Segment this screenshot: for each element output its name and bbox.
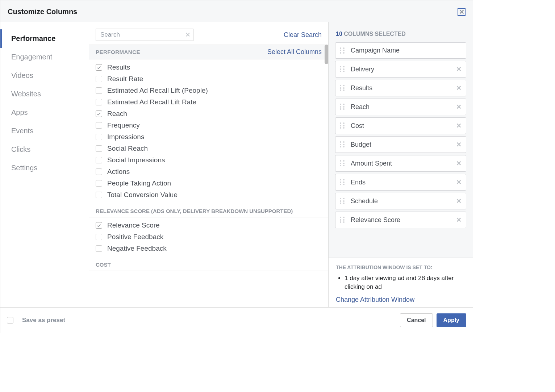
save-preset-wrap: Save as preset: [7, 317, 65, 324]
metric-row[interactable]: Actions: [89, 166, 328, 178]
metric-row[interactable]: Impressions: [89, 131, 328, 143]
metric-label: Frequency: [107, 121, 140, 129]
sidebar-item-videos[interactable]: Videos: [0, 66, 89, 85]
drag-handle-icon[interactable]: [340, 217, 346, 223]
metric-label: Negative Feedback: [107, 245, 167, 253]
clear-search-link[interactable]: Clear Search: [284, 31, 322, 39]
metric-checkbox[interactable]: [96, 76, 102, 82]
drag-handle-icon[interactable]: [340, 104, 346, 110]
metric-checkbox[interactable]: [96, 64, 102, 71]
drag-handle-icon[interactable]: [340, 179, 346, 185]
metric-label: Estimated Ad Recall Lift Rate: [107, 98, 196, 106]
apply-button[interactable]: Apply: [437, 313, 466, 327]
sidebar-item-settings[interactable]: Settings: [0, 159, 89, 177]
metric-checkbox[interactable]: [96, 87, 102, 94]
metric-row[interactable]: Result Rate: [89, 73, 328, 85]
search-input[interactable]: [96, 29, 193, 41]
metric-row[interactable]: Frequency: [89, 120, 328, 131]
metric-checkbox[interactable]: [96, 134, 102, 140]
drag-handle-icon[interactable]: [340, 66, 346, 72]
change-attribution-link[interactable]: Change Attribution Window: [336, 296, 466, 304]
selected-header: 10 COLUMNS SELECTED: [329, 22, 473, 42]
remove-column-icon[interactable]: ✕: [456, 197, 462, 205]
remove-column-icon[interactable]: ✕: [456, 141, 462, 149]
selected-column-label: Ends: [351, 179, 456, 186]
metric-checkbox[interactable]: [96, 168, 102, 175]
metric-row[interactable]: Social Reach: [89, 143, 328, 154]
metric-label: Reach: [107, 110, 127, 118]
selected-column-item[interactable]: Relevance Score✕: [335, 212, 466, 228]
scrollbar-thumb[interactable]: [325, 45, 328, 64]
sidebar-item-events[interactable]: Events: [0, 122, 89, 140]
metric-checkbox[interactable]: [96, 99, 102, 105]
metric-label: Relevance Score: [107, 221, 160, 229]
metric-checkbox[interactable]: [96, 245, 102, 252]
selected-column-label: Reach: [351, 103, 456, 111]
remove-column-icon[interactable]: ✕: [456, 103, 462, 111]
remove-column-icon[interactable]: ✕: [456, 84, 462, 92]
selected-column-item[interactable]: Delivery✕: [335, 61, 466, 78]
attribution-title: THE ATTRIBUTION WINDOW IS SET TO:: [336, 264, 466, 270]
close-icon: ✕: [459, 8, 464, 16]
selected-column-item[interactable]: Amount Spent✕: [335, 155, 466, 172]
metric-checkbox[interactable]: [96, 145, 102, 152]
selected-column-item[interactable]: Reach✕: [335, 99, 466, 115]
save-preset-checkbox[interactable]: [7, 317, 13, 324]
sidebar-item-websites[interactable]: Websites: [0, 85, 89, 103]
metric-row[interactable]: Relevance Score: [89, 220, 328, 231]
drag-handle-icon[interactable]: [340, 122, 346, 129]
sidebar-item-performance[interactable]: Performance: [0, 29, 89, 48]
selected-column-item[interactable]: Budget✕: [335, 136, 466, 153]
selected-column-item[interactable]: Ends✕: [335, 174, 466, 191]
sidebar-item-apps[interactable]: Apps: [0, 103, 89, 122]
sidebar-item-engagement[interactable]: Engagement: [0, 48, 89, 66]
metric-label: Result Rate: [107, 75, 143, 83]
metric-checkbox[interactable]: [96, 222, 102, 229]
remove-column-icon[interactable]: ✕: [456, 216, 462, 224]
metric-row[interactable]: Estimated Ad Recall Lift Rate: [89, 96, 328, 108]
metric-checkbox[interactable]: [96, 180, 102, 187]
drag-handle-icon[interactable]: [340, 85, 346, 91]
drag-handle-icon[interactable]: [340, 141, 346, 148]
selected-column-item[interactable]: Cost✕: [335, 117, 466, 134]
select-all-columns-link[interactable]: Select All Columns: [267, 48, 322, 56]
metric-row[interactable]: Negative Feedback: [89, 243, 328, 254]
metric-checkbox[interactable]: [96, 110, 102, 117]
search-clear-icon[interactable]: ✕: [185, 31, 191, 39]
modal-title: Customize Columns: [8, 8, 77, 16]
remove-column-icon[interactable]: ✕: [456, 122, 462, 130]
selected-list: Campaign NameDelivery✕Results✕Reach✕Cost…: [329, 42, 473, 258]
metric-checkbox[interactable]: [96, 157, 102, 163]
section-title: PERFORMANCE: [96, 49, 140, 55]
metrics-scroll-area[interactable]: PERFORMANCESelect All ColumnsResultsResu…: [89, 45, 328, 307]
metric-row[interactable]: Total Conversion Value: [89, 189, 328, 201]
modal-header: Customize Columns ✕: [0, 0, 473, 22]
metric-row[interactable]: Positive Feedback: [89, 231, 328, 243]
metric-row[interactable]: Social Impressions: [89, 154, 328, 166]
selected-column-item[interactable]: Results✕: [335, 80, 466, 96]
drag-handle-icon[interactable]: [340, 198, 346, 204]
metric-row[interactable]: Reach: [89, 108, 328, 120]
metric-checkbox[interactable]: [96, 192, 102, 198]
attribution-bullet: 1 day after viewing ad and 28 days after…: [345, 274, 466, 292]
selected-column-label: Amount Spent: [351, 160, 456, 167]
cancel-button[interactable]: Cancel: [400, 313, 433, 327]
drag-handle-icon[interactable]: [340, 47, 346, 54]
save-preset-label: Save as preset: [22, 317, 65, 324]
selected-column-item[interactable]: Campaign Name: [335, 42, 466, 59]
drag-handle-icon[interactable]: [340, 160, 346, 167]
close-button[interactable]: ✕: [458, 8, 466, 16]
metric-row[interactable]: Results: [89, 62, 328, 73]
remove-column-icon[interactable]: ✕: [456, 159, 462, 167]
metric-row[interactable]: People Taking Action: [89, 178, 328, 189]
metric-row[interactable]: Estimated Ad Recall Lift (People): [89, 85, 328, 96]
main-column: ✕ Clear Search PERFORMANCESelect All Col…: [89, 22, 329, 307]
sidebar-item-clicks[interactable]: Clicks: [0, 140, 89, 159]
section-subtitle: COST: [89, 257, 328, 271]
selected-column-item[interactable]: Schedule✕: [335, 193, 466, 209]
metric-checkbox[interactable]: [96, 122, 102, 129]
remove-column-icon[interactable]: ✕: [456, 65, 462, 73]
remove-column-icon[interactable]: ✕: [456, 178, 462, 186]
modal-body: PerformanceEngagementVideosWebsitesAppsE…: [0, 22, 473, 307]
metric-checkbox[interactable]: [96, 234, 102, 240]
